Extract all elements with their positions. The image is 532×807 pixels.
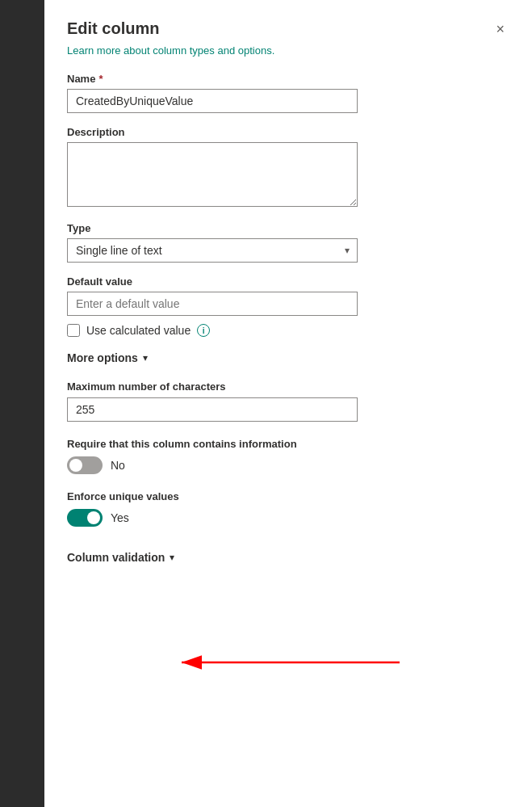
type-label: Type bbox=[67, 222, 509, 234]
use-calculated-row: Use calculated value i bbox=[67, 324, 509, 337]
column-validation-row[interactable]: Column validation ▾ bbox=[67, 551, 509, 564]
info-icon[interactable]: i bbox=[197, 324, 210, 337]
name-input[interactable] bbox=[67, 89, 358, 113]
enforce-toggle-value: Yes bbox=[111, 511, 129, 524]
max-chars-section: Maximum number of characters bbox=[67, 380, 509, 422]
require-label: Require that this column contains inform… bbox=[67, 438, 509, 450]
enforce-toggle-row: Yes bbox=[67, 509, 509, 527]
name-field-group: Name * bbox=[67, 73, 509, 113]
type-select[interactable]: Single line of text Multiple lines of te… bbox=[67, 238, 358, 263]
more-options-chevron-icon: ▾ bbox=[143, 352, 148, 364]
edit-column-panel: Edit column × Learn more about column ty… bbox=[44, 0, 532, 807]
column-validation-label: Column validation bbox=[67, 551, 165, 564]
close-button[interactable]: × bbox=[491, 20, 509, 38]
learn-more-link[interactable]: Learn more about column types and option… bbox=[67, 44, 509, 57]
default-value-field-group: Default value bbox=[67, 275, 509, 316]
enforce-unique-label: Enforce unique values bbox=[67, 490, 509, 502]
more-options-row[interactable]: More options ▾ bbox=[67, 351, 509, 364]
require-toggle-knob bbox=[69, 459, 82, 472]
name-label: Name * bbox=[67, 73, 509, 85]
column-validation-chevron-icon: ▾ bbox=[170, 552, 174, 563]
enforce-unique-section: Enforce unique values Yes bbox=[67, 490, 509, 527]
require-toggle-track bbox=[67, 456, 103, 474]
use-calculated-checkbox[interactable] bbox=[67, 324, 80, 337]
description-field-group: Description bbox=[67, 126, 509, 209]
require-section: Require that this column contains inform… bbox=[67, 438, 509, 474]
arrow-annotation bbox=[157, 638, 416, 687]
enforce-toggle[interactable] bbox=[67, 509, 103, 527]
use-calculated-label: Use calculated value bbox=[86, 324, 191, 337]
description-label: Description bbox=[67, 126, 509, 138]
description-input[interactable] bbox=[67, 142, 358, 207]
panel-header: Edit column × bbox=[67, 19, 509, 38]
default-value-label: Default value bbox=[67, 275, 509, 288]
require-toggle-value: No bbox=[111, 459, 125, 472]
type-field-group: Type Single line of text Multiple lines … bbox=[67, 222, 509, 263]
max-chars-input[interactable] bbox=[67, 397, 358, 422]
enforce-toggle-track bbox=[67, 509, 103, 527]
max-chars-label: Maximum number of characters bbox=[67, 380, 509, 393]
sidebar bbox=[0, 0, 44, 807]
more-options-label: More options bbox=[67, 351, 138, 364]
required-indicator: * bbox=[98, 73, 103, 85]
default-value-input[interactable] bbox=[67, 292, 358, 316]
panel-title: Edit column bbox=[67, 19, 159, 38]
enforce-toggle-knob bbox=[87, 511, 100, 524]
type-select-wrapper: Single line of text Multiple lines of te… bbox=[67, 238, 358, 263]
require-toggle-row: No bbox=[67, 456, 509, 474]
require-toggle[interactable] bbox=[67, 456, 103, 474]
